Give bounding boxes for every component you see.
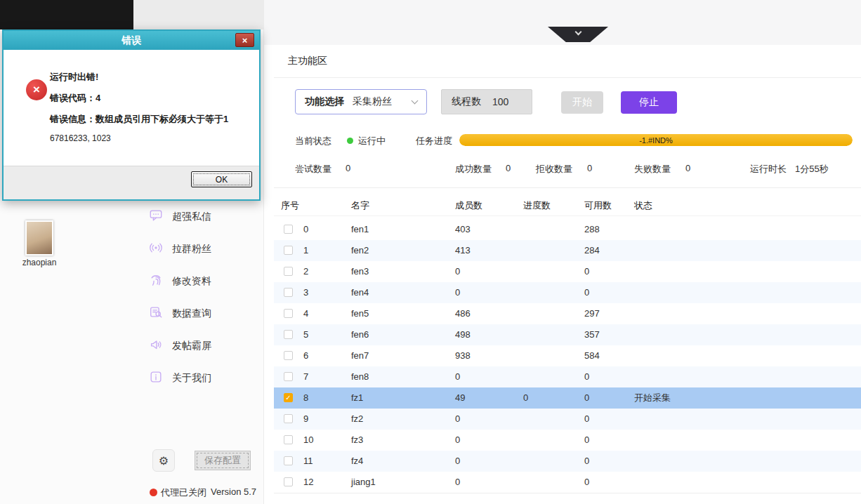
current-status-label: 当前状态 bbox=[295, 135, 331, 147]
sidebar-item-group-fans[interactable]: 拉群粉丝 bbox=[149, 240, 211, 258]
function-select[interactable]: 功能选择 采集粉丝 bbox=[295, 89, 427, 114]
error-dialog-titlebar[interactable]: 错误 × bbox=[4, 31, 259, 50]
function-select-label: 功能选择 bbox=[305, 95, 344, 108]
start-button[interactable]: 开始 bbox=[561, 91, 603, 114]
gear-icon: ⚙ bbox=[159, 454, 169, 467]
table-row[interactable]: 9 fz2 0 0 bbox=[274, 409, 861, 430]
table-row[interactable]: ✓ 8 fz1 49 0 0 开始采集 bbox=[274, 387, 861, 409]
sidebar-item-private-message[interactable]: 超强私信 bbox=[149, 208, 211, 226]
cell-members: 0 bbox=[455, 409, 460, 430]
attempt-count-value: 0 bbox=[346, 163, 350, 173]
error-info-line: 错误信息：数组成员引用下标必须大于等于1 bbox=[50, 113, 228, 126]
cell-index: 4 bbox=[303, 303, 308, 324]
table-row[interactable]: 0 fen1 403 288 bbox=[274, 219, 861, 240]
cell-name: jiang1 bbox=[351, 472, 376, 493]
cell-index: 9 bbox=[303, 409, 308, 430]
sidebar-item-label: 数据查询 bbox=[172, 307, 211, 320]
task-progress-label: 任务进度 bbox=[416, 135, 452, 147]
success-count-value: 0 bbox=[506, 163, 511, 173]
ok-button[interactable]: OK bbox=[191, 171, 252, 187]
error-dialog-title: 错误 bbox=[121, 34, 141, 47]
reject-count-value: 0 bbox=[587, 163, 592, 173]
threads-label: 线程数 bbox=[452, 95, 481, 108]
close-icon[interactable]: × bbox=[235, 33, 254, 47]
photo-label: zhaopian bbox=[13, 258, 66, 267]
row-checkbox[interactable] bbox=[284, 267, 293, 276]
runtime-value: 1分55秒 bbox=[795, 163, 829, 175]
sidebar-item-label: 超强私信 bbox=[172, 211, 211, 223]
cell-index: 11 bbox=[303, 451, 313, 472]
row-checkbox[interactable] bbox=[284, 309, 293, 318]
row-checkbox[interactable]: ✓ bbox=[284, 393, 293, 402]
table-row[interactable]: 1 fen2 413 284 bbox=[274, 240, 861, 261]
row-checkbox[interactable] bbox=[284, 351, 293, 360]
table-row[interactable]: 10 fz3 0 0 bbox=[274, 430, 861, 451]
cell-name: fen8 bbox=[351, 366, 369, 387]
row-checkbox[interactable] bbox=[284, 246, 293, 255]
col-header-available: 可用数 bbox=[584, 195, 612, 216]
cell-members: 0 bbox=[455, 261, 460, 282]
error-dialog-body: × 运行时出错! 错误代码：4 错误信息：数组成员引用下标必须大于等于1 678… bbox=[4, 50, 259, 166]
cell-index: 7 bbox=[303, 366, 308, 387]
main-panel: 主功能区 功能选择 采集粉丝 线程数 100 开始 停止 当前状态 运行中 任务… bbox=[264, 0, 861, 504]
row-checkbox[interactable] bbox=[284, 225, 293, 234]
cell-name: fen1 bbox=[351, 219, 369, 240]
cell-name: fen3 bbox=[351, 261, 369, 282]
table-row[interactable]: 4 fen5 486 297 bbox=[274, 303, 861, 324]
sidebar-item-edit-profile[interactable]: 修改资料 bbox=[149, 272, 211, 291]
col-header-status: 状态 bbox=[634, 195, 652, 216]
table-row[interactable]: 5 fen6 498 357 bbox=[274, 324, 861, 345]
cell-available: 0 bbox=[584, 430, 589, 451]
cell-name: fz2 bbox=[351, 409, 363, 430]
table-row[interactable]: 11 fz4 0 0 bbox=[274, 451, 861, 472]
cell-members: 49 bbox=[455, 387, 465, 409]
cell-members: 403 bbox=[455, 219, 471, 240]
settings-button[interactable]: ⚙ bbox=[152, 449, 175, 472]
cell-available: 0 bbox=[584, 366, 589, 387]
reject-count-label: 拒收数量 bbox=[536, 163, 572, 175]
cell-progress: 0 bbox=[523, 387, 528, 409]
divider bbox=[274, 77, 861, 78]
divider bbox=[274, 187, 861, 188]
data-query-icon bbox=[149, 305, 163, 322]
threads-input[interactable]: 线程数 100 bbox=[441, 89, 532, 114]
photo-thumbnail[interactable] bbox=[25, 220, 53, 256]
table-row[interactable]: 6 fen7 938 584 bbox=[274, 345, 861, 366]
cell-name: fen5 bbox=[351, 303, 369, 324]
sidebar-item-label: 修改资料 bbox=[172, 275, 211, 288]
row-checkbox[interactable] bbox=[284, 414, 293, 423]
row-checkbox[interactable] bbox=[284, 330, 293, 339]
row-checkbox[interactable] bbox=[284, 372, 293, 381]
cell-name: fz3 bbox=[351, 430, 363, 451]
cell-index: 6 bbox=[303, 345, 308, 366]
sidebar-item-data-query[interactable]: 数据查询 bbox=[149, 305, 211, 323]
row-checkbox[interactable] bbox=[284, 477, 293, 486]
fingerprint-icon bbox=[149, 273, 163, 290]
cell-index: 12 bbox=[303, 472, 313, 493]
table-row[interactable]: 7 fen8 0 0 bbox=[274, 366, 861, 387]
row-checkbox[interactable] bbox=[284, 288, 293, 297]
row-checkbox[interactable] bbox=[284, 456, 293, 465]
chevron-down-icon bbox=[412, 97, 419, 104]
attempt-count-label: 尝试数量 bbox=[295, 163, 331, 175]
table-row[interactable]: 3 fen4 0 0 bbox=[274, 282, 861, 303]
stop-button[interactable]: 停止 bbox=[621, 91, 677, 114]
cell-available: 584 bbox=[584, 345, 600, 366]
runtime-label: 运行时长 bbox=[750, 163, 787, 175]
cell-available: 0 bbox=[584, 261, 589, 282]
table-row[interactable]: 12 jiang1 0 0 bbox=[274, 472, 861, 493]
cell-members: 0 bbox=[455, 366, 460, 387]
row-checkbox[interactable] bbox=[284, 435, 293, 444]
megaphone-icon bbox=[149, 338, 163, 354]
save-config-button[interactable]: 保存配置 bbox=[195, 451, 251, 470]
fail-count-label: 失败数量 bbox=[634, 163, 671, 175]
sidebar-item-post-screen[interactable]: 发帖霸屏 bbox=[149, 337, 211, 355]
cell-members: 498 bbox=[455, 324, 471, 345]
error-message-line: 运行时出错! bbox=[50, 71, 98, 84]
version-text: Version 5.7 bbox=[211, 486, 256, 497]
col-header-progress: 进度数 bbox=[523, 195, 551, 216]
sidebar-item-about-us[interactable]: 关于我们 bbox=[149, 369, 211, 387]
table-row[interactable]: 2 fen3 0 0 bbox=[274, 261, 861, 282]
table-body: 0 fen1 403 288 1 fen2 413 284 2 fen3 0 0… bbox=[274, 219, 861, 493]
error-detail-line: 67816233, 1023 bbox=[50, 133, 111, 143]
